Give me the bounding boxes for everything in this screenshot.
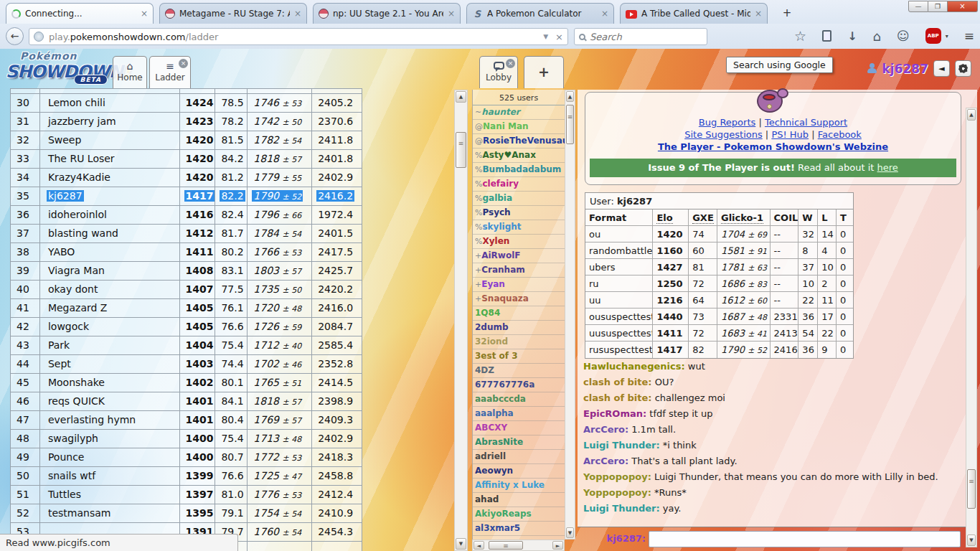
userlist-item[interactable]: adriell [473, 450, 565, 464]
userlist-item[interactable]: 4DZ [473, 364, 565, 378]
browser-tab[interactable]: SA Pokemon Calculator× [466, 3, 614, 24]
userlist-item[interactable]: ABCXY [473, 421, 565, 435]
userlist-item[interactable]: %Bumbadadabum [473, 163, 565, 177]
userlist-item[interactable]: al3xmar5 [473, 522, 565, 536]
userlist-hscrollbar[interactable]: ◄ ► [472, 540, 565, 551]
close-tab-icon[interactable]: × [755, 9, 762, 18]
chat-username[interactable]: Yoppopopoy: [583, 487, 651, 498]
bookmarks-menu-icon[interactable] [822, 30, 831, 42]
userlist-item[interactable]: %Psych [473, 206, 565, 220]
info-link[interactable]: Technical Support [765, 117, 847, 128]
info-link[interactable]: Bug Reports [699, 117, 755, 128]
userlist-item[interactable]: 2dumb [473, 321, 565, 335]
browser-tab[interactable]: Metagame - RU Stage 7: Al...× [159, 3, 307, 24]
tab-new-room[interactable]: + [524, 56, 564, 88]
userlist-item[interactable]: %galbia [473, 192, 565, 206]
scroll-left-icon[interactable]: ◄ [473, 541, 484, 550]
userlist-item[interactable]: +AiRwolF [473, 249, 565, 263]
close-tab-icon[interactable]: × [448, 9, 455, 18]
chat-username[interactable]: ArcCero: [583, 456, 628, 466]
info-link[interactable]: PS! Hub [771, 129, 809, 140]
minimize-button[interactable]: — [908, 1, 928, 12]
userlist-item[interactable]: ahad [473, 493, 565, 507]
close-window-button[interactable]: × [948, 1, 978, 12]
userlist-item[interactable]: AkiyoReaps [473, 507, 565, 522]
userlist-item[interactable]: Aeowyn [473, 464, 565, 479]
userlist-item[interactable]: %Xylen [473, 235, 565, 249]
userlist-item[interactable]: @Nani Man [473, 120, 565, 134]
userlist-item[interactable]: +Cranham [473, 263, 565, 278]
userlist-scrollbar[interactable]: ▲ ▼ [565, 90, 575, 540]
chat-username[interactable]: Yoppopopoy: [583, 471, 651, 482]
userlist-item[interactable]: aaabcccda [473, 392, 565, 407]
tab-lobby[interactable]: Lobby × [479, 56, 518, 88]
maximize-button[interactable]: ❐ [928, 1, 948, 12]
chat-input[interactable] [649, 531, 961, 547]
scroll-down-icon[interactable]: ▼ [456, 538, 466, 550]
userlist-item[interactable]: 1Q84 [473, 306, 565, 321]
scroll-up-icon[interactable]: ▲ [456, 91, 466, 103]
userlist-item[interactable]: %clefairy [473, 177, 565, 192]
info-link[interactable]: Facebook [818, 129, 862, 140]
chat-username[interactable]: clash of bite: [583, 392, 652, 403]
close-tab-icon[interactable]: × [294, 9, 301, 18]
userlist-item[interactable]: Affinity x Luke [473, 479, 565, 493]
close-lobby-tab-icon[interactable]: × [506, 59, 515, 68]
close-ladder-tab-icon[interactable]: × [179, 59, 188, 68]
userlist-item[interactable]: 3est of 3 [473, 349, 565, 364]
userlist-item[interactable]: +Snaquaza [473, 292, 565, 306]
chat-username[interactable]: EpicROman: [583, 408, 646, 419]
adblock-icon[interactable]: ABP [925, 28, 941, 44]
userlist-item[interactable]: @RosieTheVenusaur [473, 134, 565, 149]
userlist-item[interactable]: +Eyan [473, 278, 565, 292]
chat-username[interactable]: clash of bite: [583, 377, 652, 387]
close-tab-icon[interactable]: × [141, 9, 148, 18]
userlist-item[interactable]: 32iond [473, 335, 565, 349]
userlist-item[interactable]: aaalpha [473, 407, 565, 421]
stop-loading-icon[interactable]: × [555, 32, 563, 42]
showdown-username[interactable]: kj6287 [882, 62, 928, 76]
scroll-down-icon[interactable]: ▼ [566, 527, 574, 538]
tab-ladder[interactable]: ≡ Ladder × [149, 56, 191, 88]
chat-username[interactable]: Luigi Thunder: [583, 440, 660, 451]
tab-home[interactable]: ⌂ Home [113, 56, 147, 88]
webzine-link[interactable]: The Player - Pokemon Showdown's Webzine [585, 141, 961, 152]
browser-tab[interactable]: Connecting...× [6, 3, 154, 24]
here-link[interactable]: here [877, 162, 898, 173]
chat-username[interactable]: Hawluchanegenics: [583, 361, 685, 372]
chat-username[interactable]: Luigi Thunder: [583, 503, 660, 514]
browser-tab[interactable]: np: UU Stage 2.1 - You Are ...× [313, 3, 461, 24]
main-scrollbar[interactable]: ▲ ▼ [454, 90, 468, 551]
userlist-item[interactable]: %Asty♥Anax [473, 149, 565, 163]
url-bar[interactable]: play.pokemonshowdown.com/ladder ▼ × [29, 28, 568, 45]
chat-username[interactable]: ArcCero: [583, 424, 628, 435]
close-tab-icon[interactable]: × [601, 9, 608, 18]
chat-scrollbar[interactable]: ▲ ▼ [966, 108, 977, 547]
sound-button[interactable]: ◄ [933, 60, 950, 77]
url-dropdown-icon[interactable]: ▼ [543, 33, 548, 40]
scroll-down-icon[interactable]: ▼ [967, 534, 976, 546]
settings-button[interactable] [955, 60, 971, 77]
menu-icon[interactable]: ≡ [964, 29, 974, 43]
new-tab-button[interactable]: + [776, 6, 798, 22]
scroll-up-icon[interactable]: ▲ [967, 109, 976, 121]
feedback-smiley-icon[interactable]: ☺ [897, 29, 910, 43]
adblock-dropdown-icon[interactable]: ▾ [946, 33, 948, 39]
userlist-item[interactable]: ~haunter [473, 105, 565, 120]
back-button[interactable]: ← [6, 27, 24, 45]
userlist-item[interactable]: 677767776a [473, 378, 565, 392]
search-bar[interactable] [574, 28, 707, 45]
userlist-hscrollbar-thumb[interactable] [489, 541, 523, 550]
info-link[interactable]: Site Suggestions [684, 129, 763, 140]
home-icon[interactable]: ⌂ [873, 29, 881, 44]
browser-tab[interactable]: A Tribe Called Quest - Mid...× [620, 3, 768, 24]
userlist-scrollbar-thumb[interactable] [566, 105, 574, 144]
userlist-item[interactable]: AbrasNite [473, 435, 565, 450]
main-scrollbar-thumb[interactable] [456, 132, 466, 168]
bookmark-star-icon[interactable]: ☆ [794, 28, 806, 44]
downloads-icon[interactable]: ↓ [847, 29, 857, 43]
search-input[interactable] [590, 32, 690, 42]
chat-scrollbar-thumb[interactable] [967, 469, 976, 509]
scroll-right-icon[interactable]: ► [552, 541, 563, 550]
scroll-up-icon[interactable]: ▲ [566, 91, 574, 102]
